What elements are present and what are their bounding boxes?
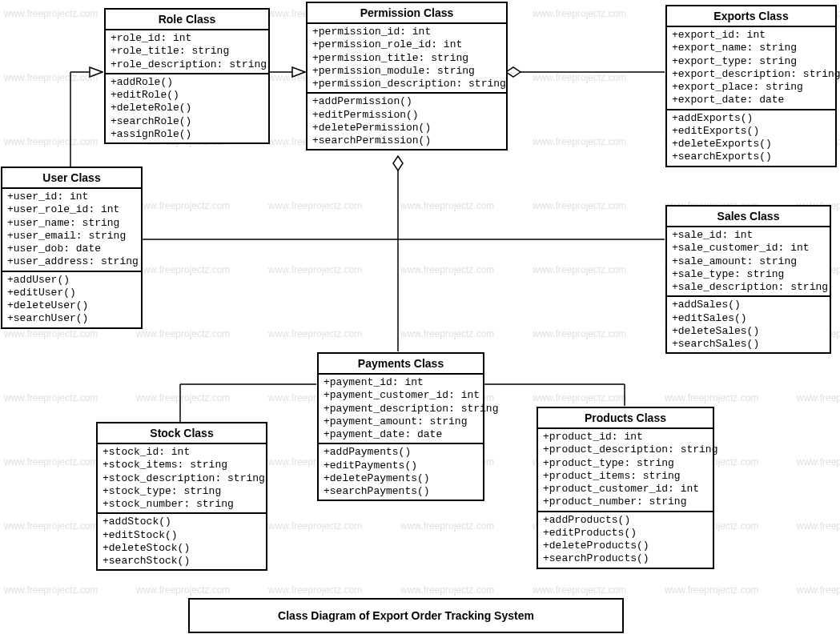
class-member: +user_role_id: int: [7, 203, 136, 216]
watermark: www.freeprojectz.com: [533, 72, 626, 83]
watermark: www.freeprojectz.com: [4, 392, 98, 403]
class-member: +product_number: string: [543, 496, 708, 508]
class-title: Role Class: [106, 10, 268, 30]
watermark: www.freeprojectz.com: [268, 584, 362, 596]
watermark: www.freeprojectz.com: [268, 520, 362, 532]
watermark: www.freeprojectz.com: [533, 328, 626, 339]
class-member: +export_type: string: [672, 55, 830, 68]
class-member: +permission_description: string: [312, 78, 501, 90]
class-member: +addExports(): [672, 112, 830, 125]
class-member: +product_id: int: [543, 431, 708, 443]
class-attrs: +export_id: int+export_name: string+expo…: [667, 27, 835, 110]
watermark: www.freeprojectz.com: [136, 264, 230, 275]
class-ops: +addPayments()+editPayments()+deletePaym…: [319, 444, 483, 500]
class-member: +export_date: date: [672, 94, 830, 106]
class-member: +editRole(): [111, 89, 263, 102]
class-member: +addPermission(): [312, 95, 501, 108]
class-member: +user_name: string: [7, 217, 136, 230]
watermark: www.freeprojectz.com: [4, 72, 98, 83]
class-title: Products Class: [538, 408, 713, 429]
class-payments: Payments Class +payment_id: int+payment_…: [317, 352, 484, 501]
class-member: +editProducts(): [543, 527, 708, 540]
class-member: +addProducts(): [543, 514, 708, 527]
class-member: +deletePermission(): [312, 122, 501, 134]
class-member: +editSales(): [672, 312, 825, 325]
class-member: +deleteExports(): [672, 138, 830, 150]
watermark: www.freeprojectz.com: [400, 584, 494, 596]
class-stock: Stock Class +stock_id: int+stock_items: …: [96, 422, 267, 571]
watermark: www.freeprojectz.com: [268, 328, 362, 339]
watermark: www.freeprojectz.com: [665, 584, 758, 596]
class-member: +addPayments(): [324, 446, 478, 459]
class-member: +user_dob: date: [7, 243, 136, 255]
class-member: +product_type: string: [543, 457, 708, 470]
class-member: +role_title: string: [111, 45, 263, 58]
watermark: www.freeprojectz.com: [533, 8, 626, 19]
class-member: +searchExports(): [672, 150, 830, 163]
watermark: www.freeprojectz.com: [268, 264, 362, 275]
class-member: +stock_description: string: [102, 472, 261, 485]
class-exports: Exports Class +export_id: int+export_nam…: [665, 5, 837, 167]
class-member: +searchUser(): [7, 312, 136, 325]
class-member: +permission_id: int: [312, 26, 501, 38]
watermark: www.freeprojectz.com: [533, 264, 626, 275]
watermark: www.freeprojectz.com: [400, 200, 494, 211]
class-member: +editExports(): [672, 125, 830, 138]
class-member: +payment_description: string: [324, 403, 478, 415]
class-member: +assignRole(): [111, 128, 263, 141]
class-ops: +addStock()+editStock()+deleteStock()+se…: [98, 514, 266, 569]
class-member: +payment_amount: string: [324, 415, 478, 428]
class-member: +export_name: string: [672, 42, 830, 54]
class-ops: +addUser()+editUser()+deleteUser()+searc…: [2, 272, 141, 327]
class-ops: +addExports()+editExports()+deleteExport…: [667, 110, 835, 166]
class-member: +export_place: string: [672, 81, 830, 94]
class-member: +export_description: string: [672, 68, 830, 81]
class-member: +searchPayments(): [324, 485, 478, 498]
class-member: +user_email: string: [7, 230, 136, 243]
class-member: +searchSales(): [672, 338, 825, 351]
class-member: +searchStock(): [102, 555, 261, 568]
watermark: www.freeprojectz.com: [4, 136, 98, 147]
watermark: www.freeprojectz.com: [400, 520, 494, 532]
class-permission: Permission Class +permission_id: int+per…: [306, 2, 508, 150]
class-ops: +addPermission()+editPermission()+delete…: [307, 94, 506, 149]
class-ops: +addProducts()+editProducts()+deleteProd…: [538, 512, 713, 568]
watermark: www.freeprojectz.com: [4, 328, 98, 339]
class-member: +permission_module: string: [312, 65, 501, 78]
class-member: +deletePayments(): [324, 472, 478, 485]
class-role: Role Class +role_id: int+role_title: str…: [104, 8, 270, 144]
class-member: +user_id: int: [7, 191, 136, 203]
class-member: +product_customer_id: int: [543, 483, 708, 496]
diagram-title: Class Diagram of Export Order Tracking S…: [188, 598, 624, 633]
class-member: +role_id: int: [111, 32, 263, 45]
watermark: www.freeprojectz.com: [136, 328, 230, 339]
class-member: +sale_id: int: [672, 229, 825, 242]
class-attrs: +user_id: int+user_role_id: int+user_nam…: [2, 189, 141, 272]
class-products: Products Class +product_id: int+product_…: [537, 407, 714, 569]
class-member: +role_description: string: [111, 58, 263, 71]
class-attrs: +payment_id: int+payment_customer_id: in…: [319, 375, 483, 444]
class-member: +deleteUser(): [7, 299, 136, 312]
class-ops: +addRole()+editRole()+deleteRole()+searc…: [106, 74, 268, 142]
watermark: www.freeprojectz.com: [400, 328, 494, 339]
class-member: +stock_number: string: [102, 498, 261, 511]
class-attrs: +product_id: int+product_description: st…: [538, 429, 713, 512]
class-member: +user_address: string: [7, 255, 136, 268]
class-attrs: +role_id: int+role_title: string+role_de…: [106, 30, 268, 74]
class-member: +addRole(): [111, 76, 263, 89]
watermark: www.freeprojectz.com: [533, 136, 626, 147]
class-title: Stock Class: [98, 423, 266, 444]
watermark: www.freeprojectz.com: [4, 584, 98, 596]
watermark: www.freeprojectz.com: [533, 584, 626, 596]
class-member: +searchRole(): [111, 115, 263, 128]
class-title: User Class: [2, 168, 141, 189]
watermark: www.freeprojectz.com: [4, 456, 98, 467]
class-ops: +addSales()+editSales()+deleteSales()+se…: [667, 297, 830, 352]
class-member: +product_description: string: [543, 443, 708, 456]
class-title: Exports Class: [667, 6, 835, 27]
class-member: +sale_description: string: [672, 281, 825, 294]
class-member: +product_items: string: [543, 470, 708, 483]
diagram-canvas: // will be filled after JSON parse below…: [0, 0, 840, 634]
watermark: www.freeprojectz.com: [136, 200, 230, 211]
class-title: Payments Class: [319, 354, 483, 375]
